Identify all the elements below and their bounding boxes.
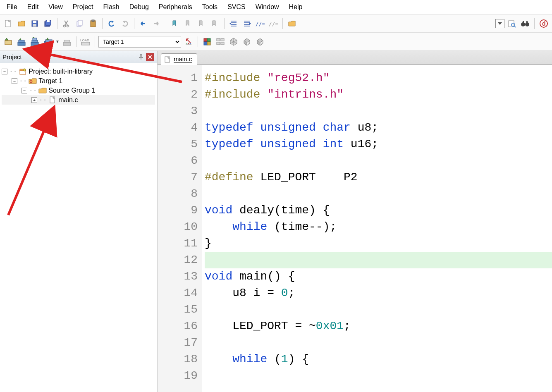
editor-tab-mainc[interactable]: main.c — [161, 53, 197, 65]
bookmark-next-button[interactable] — [196, 18, 208, 29]
build-button[interactable] — [16, 36, 27, 48]
dropdown-arrow-icon[interactable]: ▼ — [55, 39, 60, 44]
expand-icon[interactable]: + — [31, 97, 37, 103]
code-content[interactable]: #include "reg52.h"#include "intrins.h"ty… — [202, 65, 552, 392]
bookmark-prev-button[interactable] — [183, 18, 194, 29]
panel-title-text: Project — [2, 53, 22, 60]
editor-tabstrip: main.c — [158, 51, 552, 65]
stop-build-button[interactable] — [61, 36, 73, 48]
tree-file-node[interactable]: + ·· main.c — [2, 95, 155, 105]
nav-forward-button[interactable] — [151, 18, 162, 29]
panel-close-button[interactable]: ✕ — [146, 53, 154, 61]
menu-file[interactable]: File — [2, 1, 22, 13]
debug-session-button[interactable]: d — [538, 18, 550, 29]
menu-peripherals[interactable]: Peripherals — [154, 1, 197, 13]
translate-button[interactable] — [2, 36, 14, 48]
svg-text:LOAD: LOAD — [80, 38, 89, 42]
manage-project-button[interactable] — [201, 36, 213, 48]
svg-point-36 — [186, 43, 187, 43]
svg-rect-29 — [33, 38, 37, 40]
panel-header: Project ✕ — [0, 51, 157, 63]
editor-area: main.c 12345678910111213141516171819 #in… — [157, 51, 552, 392]
svg-rect-20 — [526, 21, 528, 23]
svg-text:d: d — [542, 20, 546, 27]
books-button[interactable] — [254, 36, 266, 48]
collapse-icon[interactable]: − — [2, 69, 7, 74]
save-all-button[interactable] — [42, 18, 54, 29]
menu-flash[interactable]: Flash — [98, 1, 124, 13]
svg-rect-9 — [77, 22, 81, 26]
svg-rect-23 — [5, 41, 12, 45]
c-file-icon — [165, 56, 171, 63]
menu-help[interactable]: Help — [284, 1, 308, 13]
svg-point-18 — [525, 22, 529, 26]
unindent-button[interactable] — [241, 18, 253, 29]
nav-back-button[interactable] — [138, 18, 149, 29]
svg-rect-44 — [221, 38, 224, 41]
tree-group-node[interactable]: − ·· Source Group 1 — [2, 86, 155, 95]
tree-connector: ·· — [9, 67, 17, 75]
menu-edit[interactable]: Edit — [22, 1, 44, 13]
tree-project-node[interactable]: − ·· Project: built-in-library — [2, 67, 155, 76]
svg-point-38 — [190, 43, 191, 43]
batch-build-button[interactable] — [42, 36, 54, 48]
svg-rect-53 — [165, 57, 170, 62]
svg-rect-0 — [5, 20, 10, 27]
multi-project-button[interactable] — [215, 36, 226, 48]
menu-svcs[interactable]: SVCS — [222, 1, 251, 13]
rebuild-button[interactable] — [29, 36, 41, 48]
copy-button[interactable] — [74, 18, 86, 29]
indent-button[interactable] — [228, 18, 239, 29]
target-icon — [29, 77, 37, 85]
save-button[interactable] — [29, 18, 41, 29]
pack-installer-button[interactable] — [241, 36, 253, 48]
svg-rect-43 — [217, 38, 220, 41]
download-button[interactable]: LOAD — [80, 36, 91, 48]
new-file-button[interactable] — [2, 18, 14, 29]
options-button[interactable] — [183, 36, 194, 48]
manage-rtenv-button[interactable] — [228, 36, 239, 48]
svg-rect-47 — [20, 70, 26, 74]
find-button[interactable] — [506, 18, 518, 29]
binoculars-icon[interactable] — [519, 18, 531, 29]
toolbar-separator — [534, 18, 535, 29]
collapse-icon[interactable]: − — [22, 88, 27, 93]
pin-icon[interactable] — [138, 54, 144, 60]
menu-view[interactable]: View — [43, 1, 67, 13]
menu-project[interactable]: Project — [68, 1, 98, 13]
cut-button[interactable] — [61, 18, 72, 29]
undo-button[interactable] — [106, 18, 117, 29]
svg-rect-28 — [32, 40, 38, 42]
search-dropdown[interactable] — [495, 19, 504, 28]
comment-button[interactable]: //≡ — [254, 18, 266, 29]
menu-debug[interactable]: Debug — [124, 1, 154, 13]
svg-point-17 — [521, 22, 525, 26]
target-select[interactable]: Target 1 — [98, 36, 181, 48]
svg-rect-33 — [64, 40, 70, 42]
svg-rect-27 — [31, 42, 38, 45]
open-file-button[interactable] — [16, 18, 27, 29]
bookmark-toggle-button[interactable] — [170, 18, 181, 29]
svg-text://≡: //≡ — [256, 21, 265, 27]
redo-button[interactable] — [119, 18, 131, 29]
svg-rect-45 — [217, 42, 220, 45]
c-file-icon — [48, 96, 57, 104]
svg-point-7 — [64, 25, 66, 27]
project-icon — [19, 68, 27, 75]
uncomment-button[interactable]: //≡ — [268, 18, 279, 29]
svg-rect-39 — [204, 38, 207, 42]
svg-text://≡: //≡ — [269, 21, 278, 27]
paste-button[interactable] — [87, 18, 99, 29]
tree-target-node[interactable]: − ·· Target 1 — [2, 76, 155, 86]
bookmark-clear-button[interactable] — [209, 18, 221, 29]
main-area: Project ✕ − ·· Project: built-in-library… — [0, 51, 552, 392]
toolbar-separator — [57, 18, 57, 29]
find-in-files-button[interactable] — [286, 18, 298, 29]
code-editor[interactable]: 12345678910111213141516171819 #include "… — [158, 65, 552, 392]
menu-window[interactable]: Window — [251, 1, 284, 13]
menubar: File Edit View Project Flash Debug Perip… — [0, 0, 552, 14]
svg-rect-4 — [45, 22, 50, 26]
collapse-icon[interactable]: − — [12, 78, 17, 84]
menu-tools[interactable]: Tools — [197, 1, 222, 13]
toolbar-separator — [166, 18, 166, 29]
